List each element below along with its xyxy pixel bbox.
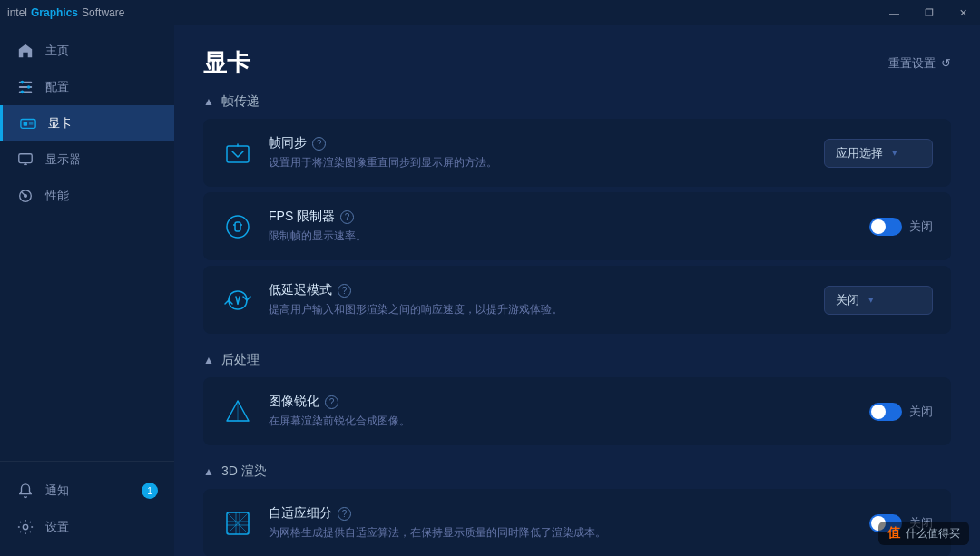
svg-rect-6 [21,120,35,129]
image-sharpen-toggle-label: 关闭 [909,404,933,420]
card-desc-adaptive-detail: 为网格生成提供自适应算法，在保持显示质量的同时降低了渲染成本。 [269,525,855,541]
svg-line-23 [238,297,240,304]
section-title-3d-render: 3D 渲染 [221,463,267,480]
sidebar-nav: 主页 配置 [0,33,174,461]
section-header-post-processing[interactable]: ▲ 后处理 [203,352,951,368]
sidebar-label-home: 主页 [45,43,69,59]
card-fps-limit: FPS 限制器 ? 限制帧的显示速率。 关闭 [203,192,951,260]
help-icon-image-sharpen[interactable]: ? [325,395,338,409]
reset-icon: ↺ [941,56,951,70]
sidebar-label-display-card: 显卡 [48,115,72,132]
frame-sync-select-value: 应用选择 [836,145,883,161]
chevron-icon: ▲ [203,95,214,108]
sidebar-label-monitor: 显示器 [45,151,81,168]
section-frame-delivery: ▲ 帧传递 帧同步 ? 设置用于将渲染图像重直同步到 [203,93,951,334]
fps-toggle-wrap: 关闭 [869,218,933,236]
svg-point-14 [24,195,27,198]
svg-rect-19 [235,222,240,231]
fps-toggle-label: 关闭 [909,219,933,235]
watermark-text: 什么值得买 [906,526,960,541]
section-3d-render: ▲ 3D 渲染 [203,463,951,556]
minimize-button[interactable]: — [884,5,905,20]
sidebar-label-settings: 设置 [45,519,69,535]
page-title: 显卡 [203,47,250,79]
watermark: 值 什么值得买 [878,522,969,545]
help-icon-adaptive-detail[interactable]: ? [338,507,351,521]
card-title-low-latency: 低延迟模式 ? [269,282,809,298]
svg-point-18 [227,216,249,238]
app-body: 主页 配置 [0,25,980,556]
fps-toggle[interactable] [869,218,902,236]
help-icon-low-latency[interactable]: ? [338,284,351,298]
svg-rect-7 [24,122,28,126]
help-icon-frame-sync[interactable]: ? [312,137,326,151]
fps-toggle-knob [871,219,886,234]
card-control-fps-limit: 关闭 [869,218,933,236]
card-frame-sync: 帧同步 ? 设置用于将渲染图像重直同步到显示屏的方法。 应用选择 ▾ [203,119,951,187]
card-control-low-latency: 关闭 ▾ [824,286,933,315]
svg-point-3 [21,81,24,84]
sidebar-label-notification: 通知 [45,483,69,499]
select-arrow-icon: ▾ [892,147,897,159]
frame-sync-icon [221,137,254,170]
sidebar: 主页 配置 [0,25,174,556]
sidebar-item-settings[interactable]: 设置 [0,509,174,545]
image-sharpen-toggle-wrap: 关闭 [869,403,933,421]
svg-point-4 [27,85,31,89]
image-sharpen-icon [221,395,254,428]
notification-icon [16,482,34,500]
card-info-low-latency: 低延迟模式 ? 提高用户输入和图形渲染之间的响应速度，以提升游戏体验。 [269,282,809,317]
card-info-adaptive-detail: 自适应细分 ? 为网格生成提供自适应算法，在保持显示质量的同时降低了渲染成本。 [269,505,855,541]
sidebar-item-config[interactable]: 配置 [0,69,174,105]
app-title: intel Graphics Software [7,6,124,19]
low-latency-select[interactable]: 关闭 ▾ [824,286,933,315]
card-title-fps-limit: FPS 限制器 ? [269,209,855,225]
card-title-image-sharpen: 图像锐化 ? [269,394,855,410]
svg-rect-10 [19,154,32,163]
settings-icon [16,518,34,536]
help-icon-fps-limit[interactable]: ? [340,210,354,224]
card-desc-image-sharpen: 在屏幕渲染前锐化合成图像。 [269,414,855,429]
maximize-button[interactable]: ❐ [919,5,939,21]
display-card-icon [19,114,37,132]
card-desc-fps-limit: 限制帧的显示速率。 [269,229,855,244]
monitor-icon [16,151,34,169]
home-icon [16,42,34,60]
sidebar-item-notification[interactable]: 通知 1 [0,473,174,509]
card-info-fps-limit: FPS 限制器 ? 限制帧的显示速率。 [269,209,855,244]
sidebar-item-home[interactable]: 主页 [0,33,174,69]
sidebar-label-config: 配置 [45,79,69,95]
card-desc-frame-sync: 设置用于将渲染图像重直同步到显示屏的方法。 [269,155,809,171]
section-post-processing: ▲ 后处理 图像锐化 ? 在屏幕渲染前锐化合成图像。 [203,352,951,445]
sidebar-bottom: 通知 1 设置 [0,461,174,556]
notification-badge: 1 [142,483,158,499]
section-header-frame-delivery[interactable]: ▲ 帧传递 [203,93,951,110]
reset-button[interactable]: 重置设置 ↺ [888,55,951,72]
card-control-image-sharpen: 关闭 [869,403,933,421]
brand-graphics: Graphics [31,6,78,19]
watermark-icon: 值 [887,525,900,541]
sidebar-item-display-card[interactable]: 显卡 [0,105,174,141]
frame-sync-select[interactable]: 应用选择 ▾ [824,139,933,168]
close-button[interactable]: ✕ [954,5,973,21]
card-info-frame-sync: 帧同步 ? 设置用于将渲染图像重直同步到显示屏的方法。 [269,135,809,171]
sidebar-item-monitor[interactable]: 显示器 [0,141,174,178]
card-desc-low-latency: 提高用户输入和图形渲染之间的响应速度，以提升游戏体验。 [269,302,809,317]
sidebar-label-performance: 性能 [45,188,69,204]
card-control-frame-sync: 应用选择 ▾ [824,139,933,168]
config-icon [16,78,34,96]
svg-rect-16 [227,146,249,162]
svg-point-15 [23,524,27,529]
section-title-frame-delivery: 帧传递 [221,93,260,110]
sidebar-item-performance[interactable]: 性能 [0,178,174,214]
content-header: 显卡 重置设置 ↺ [174,25,980,93]
image-sharpen-toggle[interactable] [869,403,902,421]
section-title-post-processing: 后处理 [221,352,260,368]
card-title-adaptive-detail: 自适应细分 ? [269,505,855,522]
card-low-latency: 低延迟模式 ? 提高用户输入和图形渲染之间的响应速度，以提升游戏体验。 关闭 ▾ [203,266,951,334]
chevron-icon-3: ▲ [203,465,214,478]
section-header-3d-render[interactable]: ▲ 3D 渲染 [203,463,951,480]
low-latency-select-value: 关闭 [836,292,859,308]
card-info-image-sharpen: 图像锐化 ? 在屏幕渲染前锐化合成图像。 [269,394,855,429]
brand-software: Software [82,6,124,19]
